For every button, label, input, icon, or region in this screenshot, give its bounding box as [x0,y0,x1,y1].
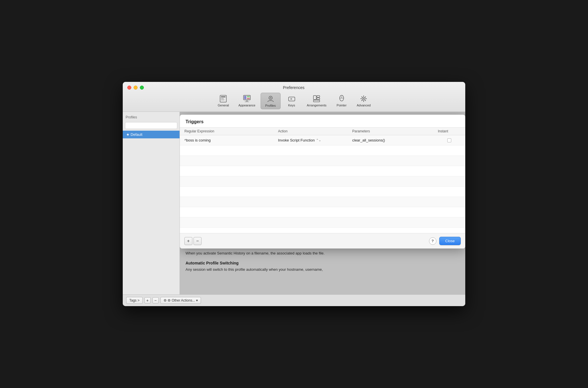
svg-rect-17 [313,100,320,102]
toolbar-item-general[interactable]: General [213,93,233,109]
svg-rect-14 [313,96,316,100]
profiles-icon [267,95,275,103]
keys-icon: ⌘ [288,94,296,103]
remove-profile-button[interactable]: − [152,297,159,304]
svg-rect-9 [245,102,249,102]
titlebar-top: Preferences [127,85,461,90]
svg-rect-15 [317,96,320,97]
triggers-modal: Triggers Regular Expression Action Param… [180,115,465,248]
col-header-action: Action [278,129,352,133]
cell-action: Invoke Script Function ⌃⌄ [278,138,352,142]
pointer-label: Pointer [337,104,347,107]
sidebar: Profiles ★ Default [123,112,180,294]
svg-rect-6 [247,96,250,97]
toolbar-item-profiles[interactable]: Profiles [261,93,281,109]
other-actions-button[interactable]: ⚙ ⚙ Other Actions... ▾ [160,297,201,304]
dropdown-chevron-icon: ▾ [196,298,198,302]
svg-rect-3 [221,100,224,100]
empty-row-3 [180,166,465,176]
arrangements-label: Arrangements [307,104,327,107]
svg-text:⌘: ⌘ [290,97,292,101]
bottom-bar: Tags > + − ⚙ ⚙ Other Actions... ▾ [123,294,465,306]
footer-left: + − [184,237,202,245]
table-row[interactable]: ^boss is coming Invoke Script Function ⌃… [180,135,465,146]
add-trigger-button[interactable]: + [184,237,192,245]
empty-row-8 [180,217,465,228]
toolbar-item-arrangements[interactable]: Arrangements [303,93,331,109]
triggers-table: Regular Expression Action Parameters Ins… [180,128,465,233]
modal-footer: + − ? Close [180,233,465,248]
window-title: Preferences [144,85,444,90]
sidebar-search[interactable] [125,122,177,129]
general-label: General [218,104,229,107]
tags-button[interactable]: Tags > [126,297,143,304]
empty-row-4 [180,176,465,187]
svg-line-27 [362,97,363,98]
cell-instant [438,138,461,142]
col-header-regex: Regular Expression [184,129,278,133]
action-text: Invoke Script Function [278,138,315,142]
add-profile-button[interactable]: + [144,297,151,304]
svg-rect-8 [246,100,248,102]
svg-rect-2 [221,98,224,99]
minimize-traffic-light[interactable] [134,86,138,90]
col-header-instant: Instant [438,129,461,133]
main-content: Profiles ★ Default ed When you activate … [123,112,465,294]
maximize-traffic-light[interactable] [140,86,144,90]
empty-row-2 [180,156,465,166]
cell-parameters: clear_all_sessions() [352,138,438,142]
instant-checkbox[interactable] [447,138,451,142]
empty-row-7 [180,207,465,217]
toolbar-item-appearance[interactable]: Appearance [234,93,259,109]
advanced-icon [360,94,368,103]
empty-row-5 [180,187,465,197]
svg-rect-7 [247,98,250,99]
toolbar: General Appearance [213,93,374,112]
pointer-icon [338,94,346,103]
appearance-icon [243,94,251,103]
svg-line-30 [362,100,363,101]
empty-row-6 [180,197,465,207]
profiles-label: Profiles [265,104,276,107]
svg-line-28 [365,100,366,101]
preferences-window: Preferences General [123,82,465,306]
appearance-label: Appearance [238,104,255,107]
traffic-lights [127,86,144,90]
close-button[interactable]: Close [439,237,461,245]
gear-icon: ⚙ [164,298,167,302]
advanced-label: Advanced [357,104,371,107]
close-traffic-light[interactable] [127,86,131,90]
sidebar-item-default[interactable]: ★ Default [123,131,180,138]
general-icon [219,94,227,103]
table-header: Regular Expression Action Parameters Ins… [180,128,465,135]
svg-point-22 [363,98,364,99]
keys-label: Keys [288,104,295,107]
arrangements-icon [313,94,321,103]
modal-title: Triggers [186,119,460,124]
modal-overlay: Triggers Regular Expression Action Param… [180,112,465,294]
footer-right: ? Close [429,237,461,245]
action-select[interactable]: Invoke Script Function ⌃⌄ [278,138,352,142]
svg-rect-16 [317,98,320,100]
empty-rows [180,146,465,228]
svg-point-11 [270,97,271,99]
svg-rect-5 [244,96,246,99]
cell-regex: ^boss is coming [184,138,278,142]
action-chevron-icon: ⌃⌄ [316,138,321,142]
help-button[interactable]: ? [429,237,436,245]
remove-trigger-button[interactable]: − [194,237,202,245]
titlebar: Preferences General [123,82,465,112]
other-actions-label: ⚙ Other Actions... [168,298,195,302]
toolbar-item-keys[interactable]: ⌘ Keys [282,93,302,109]
toolbar-item-advanced[interactable]: Advanced [353,93,375,109]
toolbar-item-pointer[interactable]: Pointer [332,93,352,109]
sidebar-header: Profiles [123,114,180,120]
modal-header: Triggers [180,115,465,128]
empty-row-1 [180,146,465,156]
svg-rect-1 [221,96,225,97]
col-header-parameters: Parameters [352,129,438,133]
svg-line-29 [365,97,366,98]
